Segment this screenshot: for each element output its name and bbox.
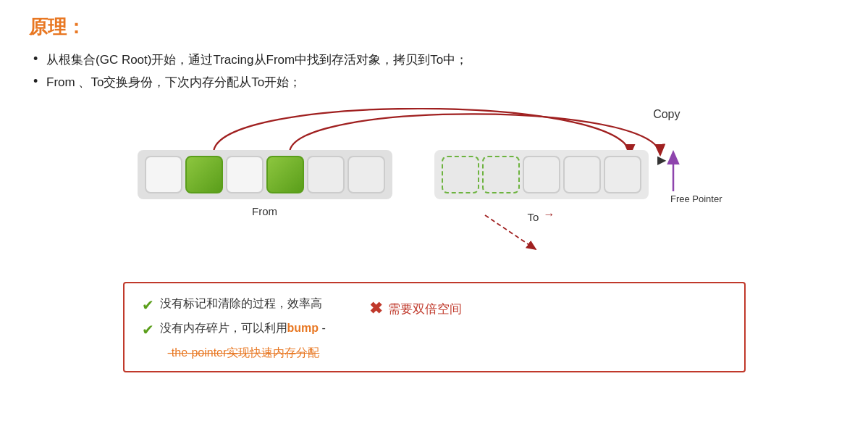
- to-cell-2: [482, 156, 520, 193]
- cursor-icon: ▶: [657, 153, 666, 167]
- to-cell-4: [563, 156, 601, 193]
- pro-text-3: -the-pointer实现快速内存分配: [168, 346, 320, 361]
- con-item: ✖ 需要双倍空间: [369, 299, 462, 318]
- bullet-item-2: From 、To交换身份，下次内存分配从To开始；: [29, 74, 839, 91]
- pro-item-3: -the-pointer实现快速内存分配: [142, 346, 326, 361]
- bump-text: bump: [287, 322, 319, 334]
- check-icon-2: ✔: [142, 321, 154, 338]
- pro-text-2: 没有内存碎片，可以利用bump -: [160, 321, 326, 336]
- to-bar-wrapper: To →: [434, 150, 649, 223]
- from-cell-2: [185, 156, 223, 193]
- pro-item-1: ✔ 没有标记和清除的过程，效率高: [142, 296, 326, 314]
- pros-list: ✔ 没有标记和清除的过程，效率高 ✔ 没有内存碎片，可以利用bump - -th…: [142, 296, 326, 361]
- copy-label: Copy: [653, 108, 680, 121]
- bullet-list: 从根集合(GC Root)开始，通过Tracing从From中找到存活对象，拷贝…: [29, 51, 839, 91]
- to-cell-5: [604, 156, 641, 193]
- x-icon: ✖: [369, 299, 382, 318]
- to-bar: [434, 150, 649, 199]
- from-cell-4: [266, 156, 304, 193]
- from-bar: [138, 150, 392, 199]
- to-cell-3: [523, 156, 560, 193]
- bullet-item-1: 从根集合(GC Root)开始，通过Tracing从From中找到存活对象，拷贝…: [29, 51, 839, 68]
- from-cell-5: [307, 156, 345, 193]
- pro-item-2: ✔ 没有内存碎片，可以利用bump -: [142, 321, 326, 338]
- free-pointer-label: Free Pointer: [670, 193, 722, 204]
- free-pointer-text: Free Pointer: [670, 193, 722, 204]
- pro-text-1: 没有标记和清除的过程，效率高: [160, 296, 322, 312]
- to-label: To: [528, 211, 539, 223]
- from-cell-6: [347, 156, 385, 193]
- from-bar-wrapper: From: [138, 150, 392, 217]
- section-title: 原理：: [29, 14, 839, 40]
- from-cell-3: [226, 156, 264, 193]
- from-label: From: [252, 205, 277, 217]
- to-arrow-icon: →: [543, 208, 555, 221]
- diagram-area: Copy ▶: [109, 108, 760, 275]
- info-box: ✔ 没有标记和清除的过程，效率高 ✔ 没有内存碎片，可以利用bump - -th…: [123, 282, 746, 372]
- check-icon-1: ✔: [142, 296, 154, 314]
- from-cell-1: [145, 156, 182, 193]
- to-cell-1: [442, 156, 479, 193]
- con-text: 需要双倍空间: [388, 301, 462, 317]
